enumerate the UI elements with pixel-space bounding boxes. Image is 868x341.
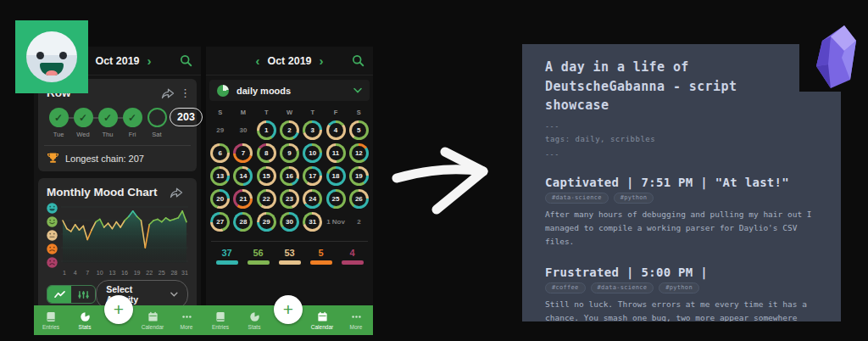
nav-item-entries[interactable]: Entries <box>203 305 237 335</box>
arrow-right-icon <box>383 137 498 219</box>
calendar-day[interactable]: 5 <box>349 120 369 140</box>
calendar-day[interactable]: 11 <box>326 143 346 163</box>
mood-count-value: 56 <box>242 248 274 258</box>
calendar-day[interactable]: 22 <box>257 189 276 209</box>
svg-text:22: 22 <box>146 270 153 276</box>
calendar-day-number: 7 <box>236 146 250 160</box>
mood-axis <box>47 204 58 268</box>
svg-text:7: 7 <box>86 270 89 276</box>
calendar-day[interactable]: 2 <box>280 120 299 140</box>
tag-pill[interactable]: #data-science <box>591 282 654 293</box>
calendar-day-number: 17 <box>305 169 320 183</box>
calendar-day[interactable]: 14 <box>233 166 253 186</box>
line-chart-toggle[interactable] <box>47 286 71 303</box>
nav-item-calendar[interactable]: Calendar <box>305 305 339 335</box>
chain-step: ✓Thu <box>96 108 120 138</box>
chevron-left-icon[interactable]: ‹ <box>248 53 267 68</box>
entry-heading: Captivated | 7:51 PM | "At last!" <box>545 176 821 189</box>
share-icon[interactable] <box>170 187 183 198</box>
bar-chart-toggle[interactable] <box>71 286 95 303</box>
pie-chart-icon <box>80 311 91 322</box>
svg-text:1: 1 <box>63 270 66 276</box>
weekday-label: S <box>348 109 370 116</box>
search-icon[interactable] <box>180 54 192 67</box>
calendar-day[interactable]: 18 <box>326 166 346 186</box>
chain-step: ✓Fri <box>120 108 144 138</box>
calendar-day[interactable]: 8 <box>257 143 276 163</box>
calendar-day[interactable]: 28 <box>233 212 253 232</box>
search-icon[interactable] <box>352 54 364 67</box>
calendar-day-number: 10 <box>305 146 320 160</box>
calendar-day[interactable]: 13 <box>210 166 230 186</box>
calendar-day[interactable]: 27 <box>210 212 230 232</box>
mood-emoji-meh <box>47 229 58 240</box>
calendar-day[interactable]: 26 <box>349 189 369 209</box>
obsidian-logo-icon <box>812 24 860 90</box>
nav-item-stats[interactable]: Stats <box>68 305 102 335</box>
calendar-day[interactable]: 23 <box>280 189 299 209</box>
calendar-day[interactable]: 20 <box>210 189 230 209</box>
calendar-day[interactable]: 16 <box>280 166 299 186</box>
calendar-day-number: 27 <box>213 215 227 229</box>
calendar-day[interactable]: 1 <box>257 120 276 140</box>
add-entry-fab[interactable]: + <box>274 295 303 324</box>
calendar-day[interactable]: 12 <box>349 143 369 163</box>
nav-item-entries[interactable]: Entries <box>34 305 68 335</box>
kebab-menu-icon[interactable]: ⋮ <box>180 89 188 98</box>
calendar-day[interactable]: 15 <box>257 166 276 186</box>
tag-pill[interactable]: #coffee <box>545 282 586 293</box>
calendar-day-number: 16 <box>282 169 297 183</box>
tag-pill[interactable]: #python <box>659 282 699 293</box>
nav-screen-group: EntriesStats+CalendarMore <box>203 305 373 335</box>
calendar-grid: 2930123456789101112131415161718192021222… <box>209 119 370 233</box>
calendar-day[interactable]: 7 <box>233 143 253 163</box>
mood-chart-title: Monthly Mood Chart <box>47 186 170 198</box>
nav-item-more[interactable]: More <box>170 305 203 335</box>
calendar-day[interactable]: 25 <box>326 189 346 209</box>
bottom-nav: EntriesStats+CalendarMoreEntriesStats+Ca… <box>34 305 373 335</box>
calendar-day[interactable]: 29 <box>257 212 276 232</box>
weekday-label: S <box>209 109 231 116</box>
calendar-day[interactable]: 24 <box>303 189 322 209</box>
chain-step: ✓Tue <box>47 108 70 138</box>
calendar-day[interactable]: 19 <box>349 166 369 186</box>
calendar-day[interactable]: 17 <box>303 166 322 186</box>
note-title: A day in a life of DeutscheGabanna - scr… <box>545 58 799 115</box>
calendar-day[interactable]: 3 <box>303 120 322 140</box>
mood-count-bar <box>279 260 301 265</box>
daily-moods-dropdown[interactable]: daily moods <box>209 80 370 101</box>
chevron-right-icon[interactable]: › <box>312 53 331 68</box>
calendar-day-number: 13 <box>213 169 227 183</box>
entry-heading: Frustrated | 5:00 PM | <box>545 266 821 279</box>
calendar-day[interactable]: 21 <box>233 189 253 209</box>
calendar-day-number: 28 <box>236 215 250 229</box>
add-entry-fab[interactable]: + <box>104 295 133 324</box>
daylio-logo-icon <box>15 20 88 93</box>
chain-step: ✓Wed <box>71 108 95 138</box>
calendar-day[interactable]: 6 <box>210 143 230 163</box>
chain-circle: ✓ <box>123 108 142 127</box>
calendar-day[interactable]: 30 <box>280 212 299 232</box>
calendar-day[interactable]: 9 <box>280 143 299 163</box>
mood-count: 53 <box>274 248 305 265</box>
calendar-day-number: 2 <box>282 123 297 137</box>
calendar-day[interactable]: 31 <box>303 212 322 232</box>
mood-count-value: 53 <box>274 248 305 258</box>
calendar-day-number: 4 <box>329 123 343 137</box>
calendar-day-number: 23 <box>282 192 297 206</box>
nav-item-stats[interactable]: Stats <box>237 305 271 335</box>
tag-pill[interactable]: #data-science <box>545 193 609 204</box>
calendar-day[interactable]: 4 <box>326 120 346 140</box>
svg-text:28: 28 <box>170 270 177 276</box>
nav-screen-group: EntriesStats+CalendarMore <box>34 305 203 335</box>
bar-chart-icon <box>77 290 90 299</box>
calendar-day[interactable]: 10 <box>303 143 322 163</box>
tag-pill[interactable]: #python <box>614 193 654 204</box>
share-icon[interactable] <box>161 87 175 99</box>
nav-item-calendar[interactable]: Calendar <box>136 305 170 335</box>
calendar-day-outside: 30 <box>239 126 247 134</box>
journal-entry: Captivated | 7:51 PM | "At last!"#data-s… <box>545 176 821 249</box>
nav-item-more[interactable]: More <box>339 305 373 335</box>
calendar-day-number: 20 <box>213 192 227 206</box>
chevron-right-icon[interactable]: › <box>140 53 159 68</box>
